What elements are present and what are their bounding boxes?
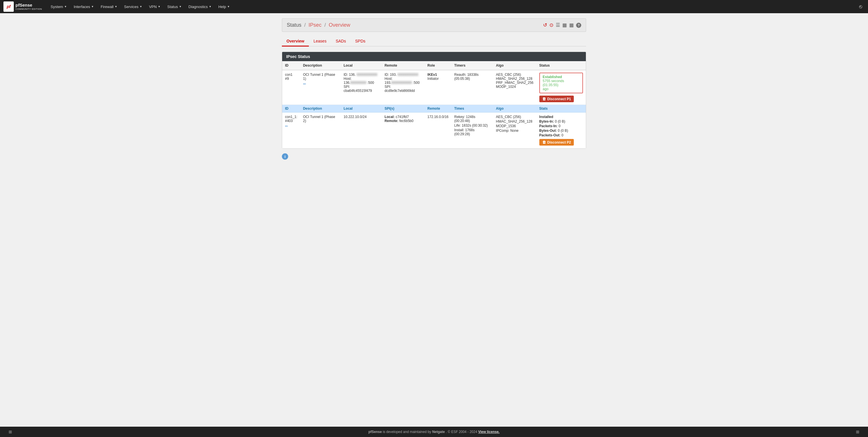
p2-id-cell: con1_1: #403 ✏: [282, 113, 300, 149]
breadcrumb: Status / IPsec / Overview: [287, 22, 350, 28]
diagnostics-caret: ▼: [209, 5, 212, 8]
footer-text: pfSense is developed and maintained by N…: [369, 430, 500, 434]
remote-host-blurred: XXXXXXXXX: [391, 81, 412, 85]
disconnect-p1-button[interactable]: 🗑 Disconnect P1: [539, 96, 574, 102]
status-time: 5755 seconds (01:35:55): [543, 79, 580, 87]
p2-remote-cell: 172.16.0.0/16: [425, 113, 451, 149]
brand-logo-area: pf pfSense COMMUNITY EDITION: [3, 1, 42, 12]
nav-firewall[interactable]: Firewall ▼: [97, 0, 121, 13]
nav-diagnostics[interactable]: Diagnostics ▼: [185, 0, 215, 13]
p1-header-row: ID Description Local Remote Role Timers …: [282, 61, 586, 70]
logo-pf-text: pf: [7, 4, 10, 9]
p2-algo-cell: AES_CBC (256) HMAC_SHA2_256_128 MODP_153…: [493, 113, 536, 149]
local-id-blurred: XXXXXXXXX: [356, 73, 377, 77]
help-icon[interactable]: ?: [576, 23, 581, 28]
p1-description-cell: OCI Tunnel 1 (Phase 1) ✏: [300, 70, 341, 105]
status-caret: ▼: [179, 5, 182, 8]
p1-col-id: ID: [282, 61, 300, 70]
interfaces-caret: ▼: [91, 5, 94, 8]
breadcrumb-overview-link[interactable]: Overview: [329, 22, 350, 28]
remote-id-blurred: XXXXXXXXX: [398, 73, 418, 77]
tab-sads[interactable]: SADs: [331, 36, 350, 46]
nav-services[interactable]: Services ▼: [121, 0, 146, 13]
tab-overview[interactable]: Overview: [282, 36, 309, 46]
info-icon-wrapper: i: [282, 153, 586, 160]
p1-col-timers: Timers: [452, 61, 493, 70]
nav-interfaces[interactable]: Interfaces ▼: [70, 0, 97, 13]
footer-inner: ⊞ pfSense is developed and maintained by…: [3, 430, 865, 434]
breadcrumb-sep2: /: [324, 22, 326, 28]
footer: ⊞ pfSense is developed and maintained by…: [0, 427, 868, 437]
nav-system[interactable]: System ▼: [47, 0, 70, 13]
logout-icon[interactable]: ⎋: [857, 4, 865, 10]
tab-leases[interactable]: Leases: [309, 36, 331, 46]
p2-header-row: ID Description Local SPI(s) Remote Times…: [282, 105, 586, 113]
p2-edit-icon[interactable]: ✏: [285, 124, 298, 128]
ipsec-status-title: IPsec Status: [282, 52, 586, 61]
footer-maintainer: Netgate: [432, 430, 445, 434]
p2-spi-cell: Local: c741ffd7 Remote: fec6b5b0: [382, 113, 425, 149]
p2-col-description: Description: [300, 105, 341, 113]
footer-license-link[interactable]: View license.: [478, 430, 500, 434]
p2-col-stats: Stats: [536, 105, 586, 113]
info-icon[interactable]: i: [282, 153, 288, 160]
local-host-blurred: XXXXXXX: [350, 81, 366, 85]
p1-col-role: Role: [425, 61, 451, 70]
p1-edit-icon[interactable]: ✏: [303, 82, 338, 86]
breadcrumb-sep1: /: [304, 22, 306, 28]
p1-timers-cell: Reauth: 18338s (05:05:38): [452, 70, 493, 105]
refresh-icon[interactable]: ↺: [543, 22, 547, 28]
breadcrumb-status: Status: [287, 22, 301, 28]
page-content: Status / IPsec / Overview ↺ ⊙ ☰ ▦ ▦ ? Ov…: [276, 13, 592, 427]
navbar-right: ⎋: [857, 4, 865, 10]
table-icon[interactable]: ▦: [569, 22, 574, 28]
p2-data-row: con1_1: #403 ✏ OCI Tunnel 1 (Phase 2) 10…: [282, 113, 586, 149]
p2-col-remote: Remote: [425, 105, 451, 113]
nav-vpn[interactable]: VPN ▼: [146, 0, 164, 13]
trash-p2-icon: 🗑: [542, 140, 546, 145]
footer-left-icon[interactable]: ⊞: [9, 430, 12, 434]
p1-table: ID Description Local Remote Role Timers …: [282, 61, 586, 149]
p1-local-cell: ID: 136. XXXXXXXXX Host: 136.XXXXXXX :50…: [341, 70, 382, 105]
firewall-caret: ▼: [115, 5, 117, 8]
p1-status-cell: Established 5755 seconds (01:35:55) ago …: [536, 70, 586, 105]
p1-id-cell: con1 #9: [282, 70, 300, 105]
disconnect-p2-button[interactable]: 🗑 Disconnect P2: [539, 139, 574, 146]
p2-times-cell: Rekey: 1248s (00:20:48) Life: 1832s (00:…: [452, 113, 493, 149]
p1-col-remote: Remote: [382, 61, 425, 70]
pfsense-logo: pf: [3, 1, 14, 12]
tab-spds[interactable]: SPDs: [350, 36, 370, 46]
nav-menu: System ▼ Interfaces ▼ Firewall ▼ Service…: [47, 0, 857, 13]
ipsec-status-card: IPsec Status ID Description Local Remote…: [282, 52, 586, 149]
p2-col-spis: SPI(s): [382, 105, 425, 113]
status-established-box: Established 5755 seconds (01:35:55) ago: [539, 73, 583, 93]
footer-right-icon[interactable]: ⊞: [856, 430, 859, 434]
p1-col-description: Description: [300, 61, 341, 70]
p1-col-local: Local: [341, 61, 382, 70]
disconnect-p1-wrapper: 🗑 Disconnect P1: [539, 96, 583, 102]
record-icon[interactable]: ⊙: [549, 22, 553, 28]
p1-remote-cell: ID: 193. XXXXXXXXX Host: 193.XXXXXXXXX :…: [382, 70, 425, 105]
nav-help[interactable]: Help ▼: [215, 0, 234, 13]
trash-icon: 🗑: [542, 97, 546, 101]
status-established-label: Established: [543, 75, 580, 79]
installed-label: Installed: [539, 115, 583, 119]
p1-role-cell: IKEv1 Initiator: [425, 70, 451, 105]
p1-data-row: con1 #9 OCI Tunnel 1 (Phase 1) ✏ ID: 136…: [282, 70, 586, 105]
help-caret: ▼: [227, 5, 229, 8]
system-caret: ▼: [64, 5, 67, 8]
p2-col-id: ID: [282, 105, 300, 113]
footer-brand: pfSense: [369, 430, 382, 434]
breadcrumb-bar: Status / IPsec / Overview ↺ ⊙ ☰ ▦ ▦ ?: [282, 19, 586, 32]
p1-col-algo: Algo: [493, 61, 536, 70]
chart-icon[interactable]: ▦: [562, 22, 567, 28]
tab-bar: Overview Leases SADs SPDs: [282, 36, 586, 46]
status-ago: ago: [543, 87, 580, 91]
p2-col-times: Times: [452, 105, 493, 113]
services-caret: ▼: [140, 5, 142, 8]
nav-status[interactable]: Status ▼: [164, 0, 185, 13]
breadcrumb-ipsec-link[interactable]: IPsec: [309, 22, 321, 28]
p2-local-cell: 10.222.10.0/24: [341, 113, 382, 149]
columns-icon[interactable]: ☰: [556, 22, 560, 28]
p2-col-local: Local: [341, 105, 382, 113]
